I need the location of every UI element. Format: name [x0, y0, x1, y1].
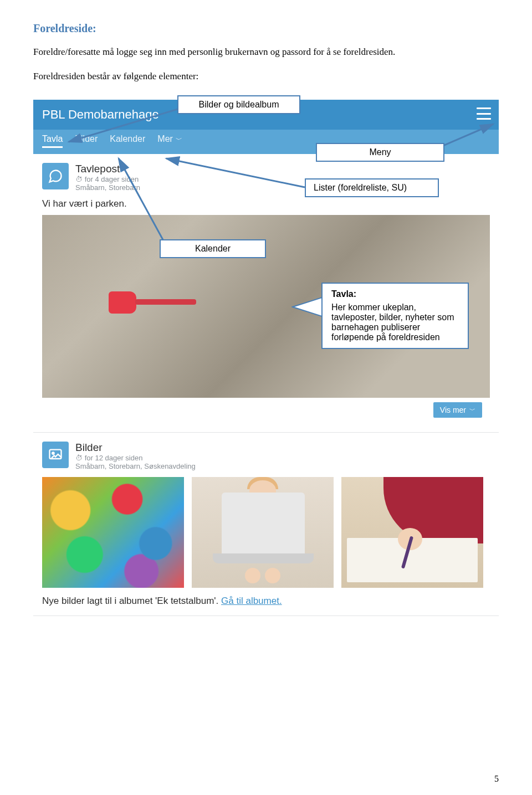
post2-meta: ⏱ for 12 dager siden: [75, 454, 196, 462]
goto-album-link[interactable]: Gå til albumet.: [221, 596, 282, 606]
arrow-kalender: [115, 155, 226, 249]
post-bilder: Bilder ⏱ for 12 dager siden Småbarn, Sto…: [33, 433, 499, 616]
svg-line-0: [69, 109, 180, 142]
label-kalender: Kalender: [160, 239, 266, 258]
callout-title: Tavla:: [331, 289, 459, 299]
post2-caption: Nye bilder lagt til i albumet 'Ek tetsta…: [42, 596, 490, 607]
hamburger-icon[interactable]: [477, 107, 491, 120]
clock-icon: ⏱: [75, 454, 83, 462]
vis-mer-button[interactable]: Vis mer﹀: [433, 402, 482, 418]
label-bilder: Bilder og bildealbum: [177, 95, 300, 114]
clock-icon: ⏱: [75, 175, 83, 183]
post2-title: Bilder: [75, 442, 196, 454]
svg-marker-4: [293, 297, 324, 317]
thumb-3[interactable]: [341, 477, 483, 588]
callout-tavla: Tavla: Her kommer ukeplan, tavleposter, …: [321, 283, 469, 349]
arrow-bilder: [63, 103, 185, 147]
thumb-2[interactable]: [192, 477, 334, 588]
post1-body: Vi har vært i parken.: [42, 198, 490, 209]
svg-point-6: [52, 452, 54, 454]
callout-body: Her kommer ukeplan, tavleposter, bilder,…: [331, 302, 459, 342]
callout-tail: [291, 296, 325, 319]
label-meny: Meny: [316, 143, 444, 162]
chat-icon: [42, 163, 69, 189]
svg-line-3: [119, 158, 165, 244]
post2-groups: Småbarn, Storebarn, Søskenavdeling: [75, 462, 196, 470]
post2-thumbs: [42, 477, 490, 588]
chevron-down-icon: ﹀: [469, 406, 475, 414]
section-heading: Foreldreside:: [33, 22, 499, 35]
paragraph-1: Foreldre/foresatte må logge seg inn med …: [33, 45, 499, 59]
image-icon: [42, 442, 69, 468]
photo-shovel: [109, 287, 197, 318]
nav-tavla[interactable]: Tavla: [42, 134, 63, 148]
label-lister: Lister (foreldreliste, SU): [305, 178, 439, 197]
annotated-screenshot: Bilder og bildealbum Meny Lister (foreld…: [33, 100, 499, 616]
thumb-1[interactable]: [42, 477, 184, 588]
paragraph-2: Foreldresiden består av følgende element…: [33, 69, 499, 84]
